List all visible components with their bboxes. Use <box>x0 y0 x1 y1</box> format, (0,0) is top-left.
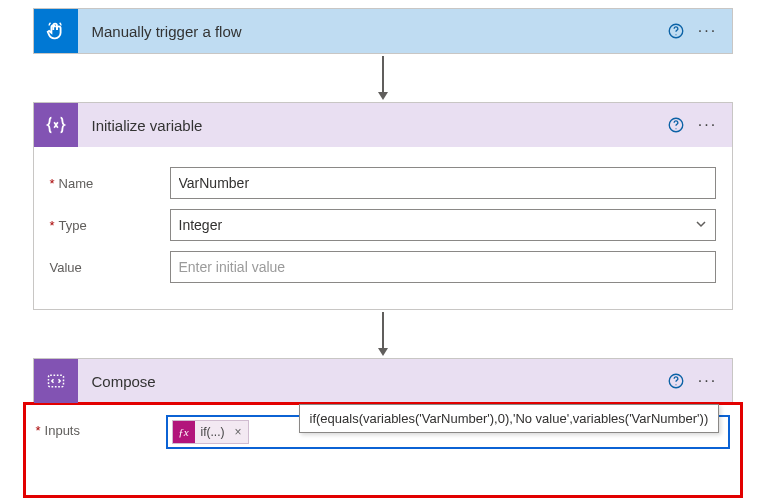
value-label: Value <box>50 260 170 275</box>
expression-tooltip: if(equals(variables('VarNumber'),0),'No … <box>299 404 720 433</box>
name-label: Name <box>50 176 170 191</box>
remove-token-button[interactable]: × <box>231 425 246 439</box>
inputs-label: Inputs <box>36 415 166 438</box>
more-button[interactable]: ··· <box>692 15 724 47</box>
chevron-down-icon <box>695 217 707 233</box>
svg-point-1 <box>675 34 676 35</box>
connector-arrow <box>375 310 391 358</box>
trigger-card[interactable]: Manually trigger a flow ··· <box>33 8 733 54</box>
trigger-title: Manually trigger a flow <box>78 23 660 40</box>
compose-title: Compose <box>78 373 660 390</box>
svg-point-10 <box>675 384 676 385</box>
expression-token[interactable]: ƒx if(...) × <box>172 420 249 444</box>
fx-icon: ƒx <box>173 421 195 443</box>
more-button[interactable]: ··· <box>692 365 724 397</box>
type-select[interactable]: Integer <box>170 209 716 241</box>
annotation-highlight: Inputs ƒx if(...) × if(equals(variables(… <box>23 402 743 498</box>
svg-point-5 <box>675 128 676 129</box>
initialize-variable-card[interactable]: Initialize variable ··· Name Type Intege… <box>33 102 733 310</box>
compose-card[interactable]: Compose ··· <box>33 358 733 404</box>
variable-body: Name Type Integer Value <box>34 147 732 309</box>
value-input[interactable] <box>170 251 716 283</box>
connector-arrow <box>375 54 391 102</box>
trigger-header[interactable]: Manually trigger a flow ··· <box>34 9 732 53</box>
more-button[interactable]: ··· <box>692 109 724 141</box>
variable-header[interactable]: Initialize variable ··· <box>34 103 732 147</box>
type-label: Type <box>50 218 170 233</box>
compose-header[interactable]: Compose ··· <box>34 359 732 403</box>
code-icon <box>34 359 78 403</box>
touch-icon <box>34 9 78 53</box>
svg-rect-8 <box>48 375 63 387</box>
name-input[interactable] <box>170 167 716 199</box>
help-button[interactable] <box>660 365 692 397</box>
svg-marker-3 <box>378 92 388 100</box>
svg-marker-7 <box>378 348 388 356</box>
type-value: Integer <box>179 217 223 233</box>
token-label: if(...) <box>195 425 231 439</box>
variable-title: Initialize variable <box>78 117 660 134</box>
help-button[interactable] <box>660 109 692 141</box>
help-button[interactable] <box>660 15 692 47</box>
braces-icon <box>34 103 78 147</box>
